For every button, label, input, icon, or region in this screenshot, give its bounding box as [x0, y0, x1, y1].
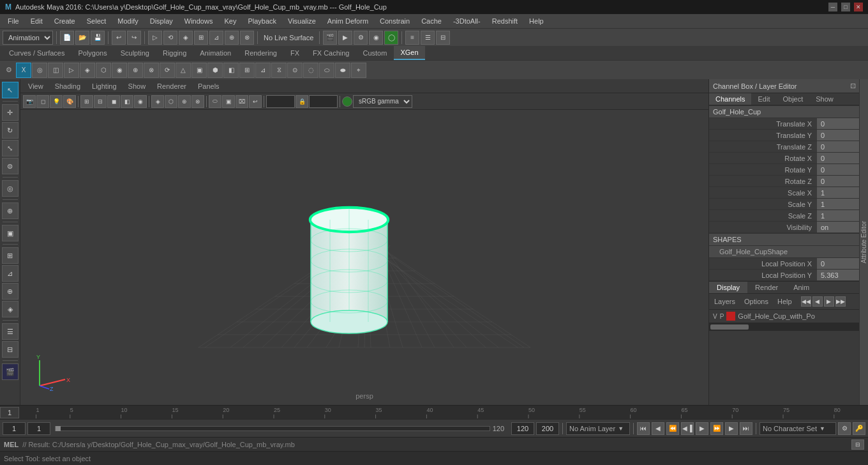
vp-menu-view[interactable]: View — [23, 81, 49, 91]
help-tab-layer[interactable]: Help — [775, 297, 795, 306]
paint-select-button[interactable]: ◈ — [179, 31, 193, 45]
minimize-button[interactable]: ─ — [828, 3, 837, 11]
tool5[interactable]: ⬡ — [96, 63, 111, 78]
vp-color-button[interactable]: 🎨 — [63, 95, 76, 108]
tool21[interactable]: ⌖ — [351, 63, 366, 78]
scale-tool-button[interactable]: ⤡ — [2, 140, 19, 156]
tab-rendering[interactable]: Rendering — [238, 46, 283, 60]
xgen-icon[interactable]: X — [16, 63, 31, 78]
maximize-button[interactable]: □ — [841, 3, 850, 11]
menu-visualize[interactable]: Visualize — [283, 16, 321, 26]
layer-lt-button[interactable]: ⊟ — [2, 341, 19, 358]
snap-surface-button[interactable]: ⊗ — [240, 31, 254, 45]
vp-lighting-button[interactable]: 💡 — [50, 95, 63, 108]
play-forward-button[interactable]: ▶ — [696, 422, 708, 435]
move-tool-button[interactable]: ✛ — [2, 104, 19, 121]
frame-end-input[interactable] — [511, 422, 534, 435]
vp-camera-button[interactable]: 📷 — [23, 95, 36, 108]
layer-playback-toggle[interactable]: P — [720, 313, 724, 320]
next-frame-button[interactable]: ▶ — [725, 422, 738, 435]
menu-constrain[interactable]: Constrain — [375, 16, 415, 26]
viewport[interactable]: View Shading Lighting Show Renderer Pane… — [20, 79, 708, 405]
mode-dropdown[interactable]: Animation — [3, 31, 53, 45]
frame-start-input[interactable] — [27, 422, 50, 435]
tab-display[interactable]: Display — [709, 282, 747, 293]
tool13[interactable]: ◧ — [223, 63, 239, 78]
save-scene-button[interactable]: 💾 — [91, 31, 105, 45]
goto-start-button[interactable]: ⏮ — [637, 422, 650, 435]
tool10[interactable]: △ — [176, 63, 191, 78]
vp-frame-button[interactable]: ⌧ — [236, 95, 248, 108]
layers-tab[interactable]: Layers — [712, 297, 738, 306]
vp-lock-button[interactable]: 🔒 — [296, 95, 308, 108]
last-tool-button[interactable]: ▣ — [2, 225, 19, 241]
vp-menu-renderer[interactable]: Renderer — [152, 81, 191, 91]
menu-playback[interactable]: Playback — [243, 16, 281, 26]
render-globe-button[interactable]: ◯ — [384, 31, 398, 45]
tab-show[interactable]: Show — [809, 93, 840, 105]
tool1[interactable]: ◎ — [32, 63, 47, 78]
tab-render[interactable]: Render — [747, 282, 786, 293]
menu-3dtoall[interactable]: -3DtoAll- — [448, 16, 486, 26]
soft-select-button[interactable]: ◎ — [2, 180, 19, 197]
open-scene-button[interactable]: 📂 — [75, 31, 89, 45]
tool19[interactable]: ⬭ — [319, 63, 334, 78]
menu-modify[interactable]: Modify — [112, 16, 143, 26]
tool9[interactable]: ⟳ — [160, 63, 175, 78]
menu-select[interactable]: Select — [82, 16, 112, 26]
vp-menu-show[interactable]: Show — [123, 81, 151, 91]
snap-curve-lt-button[interactable]: ⊿ — [2, 265, 19, 282]
tab-sculpting[interactable]: Sculpting — [114, 46, 156, 60]
vp-menu-lighting[interactable]: Lighting — [87, 81, 122, 91]
redo-button[interactable]: ↪ — [127, 31, 141, 45]
gamma-dropdown[interactable]: sRGB gamma — [353, 95, 412, 108]
arrow-right[interactable]: ▶ — [824, 296, 834, 307]
tool11[interactable]: ▣ — [191, 63, 207, 78]
select-mode-button[interactable]: ▷ — [148, 31, 162, 45]
playback-slider-thumb[interactable] — [56, 426, 61, 431]
tool2[interactable]: ◫ — [48, 63, 63, 78]
rotate-tool-button[interactable]: ↻ — [2, 122, 19, 139]
tab-fx-caching[interactable]: FX Caching — [306, 46, 355, 60]
timeline-ruler[interactable]: 1 5 10 15 20 25 30 35 40 45 50 55 60 65 … — [19, 406, 868, 419]
vp-camera2-button[interactable]: ◈ — [151, 95, 164, 108]
select-tool-button[interactable]: ↖ — [2, 82, 19, 98]
lasso-mode-button[interactable]: ⟲ — [163, 31, 177, 45]
vp-quality-button[interactable]: ⬡ — [165, 95, 177, 108]
menu-windows[interactable]: Windows — [179, 16, 218, 26]
vp-isolate-button[interactable]: ⬭ — [209, 95, 221, 108]
settings1-button[interactable]: ≡ — [405, 31, 419, 45]
vp-menu-shading[interactable]: Shading — [50, 81, 86, 91]
tool20[interactable]: ⬬ — [335, 63, 350, 78]
vp-shading-button[interactable]: ◻ — [36, 95, 49, 108]
vp-val2-input[interactable]: 1.00 — [309, 95, 338, 108]
char-set-anim-button[interactable]: 🔑 — [853, 422, 865, 435]
tab-animation[interactable]: Animation — [193, 46, 237, 60]
new-scene-button[interactable]: 📄 — [60, 31, 74, 45]
outliner-lt-button[interactable]: ☰ — [2, 323, 19, 340]
menu-create[interactable]: Create — [49, 16, 80, 26]
close-button[interactable]: ✕ — [854, 3, 863, 11]
char-set-settings-button[interactable]: ⚙ — [838, 422, 851, 435]
tool16[interactable]: ⧖ — [271, 63, 287, 78]
frame-current-input[interactable] — [3, 422, 26, 435]
menu-display[interactable]: Display — [145, 16, 178, 26]
vp-val1-input[interactable]: 0.00 — [266, 95, 295, 108]
char-set-dropdown-icon[interactable]: ▼ — [819, 425, 825, 432]
mel-script-editor-button[interactable]: ⊟ — [851, 439, 864, 450]
snap-point-button[interactable]: ⊕ — [225, 31, 239, 45]
menu-edit[interactable]: Edit — [26, 16, 48, 26]
hypershade-button[interactable]: ◉ — [369, 31, 383, 45]
tool3[interactable]: ▷ — [64, 63, 79, 78]
menu-file[interactable]: File — [3, 16, 24, 26]
vp-grid-button[interactable]: ⊞ — [80, 95, 93, 108]
vp-focus-button[interactable]: ▣ — [222, 95, 235, 108]
tab-edit[interactable]: Edit — [751, 93, 776, 105]
tab-custom[interactable]: Custom — [357, 46, 394, 60]
tool15[interactable]: ⊿ — [255, 63, 271, 78]
snap-point-lt-button[interactable]: ⊕ — [2, 283, 19, 300]
show-manipulator-button[interactable]: ⊕ — [2, 202, 19, 219]
char-set-box[interactable]: No Character Set ▼ — [760, 422, 836, 435]
snap-grid-button[interactable]: ⊞ — [194, 31, 208, 45]
snap-grid-lt-button[interactable]: ⊞ — [2, 247, 19, 264]
